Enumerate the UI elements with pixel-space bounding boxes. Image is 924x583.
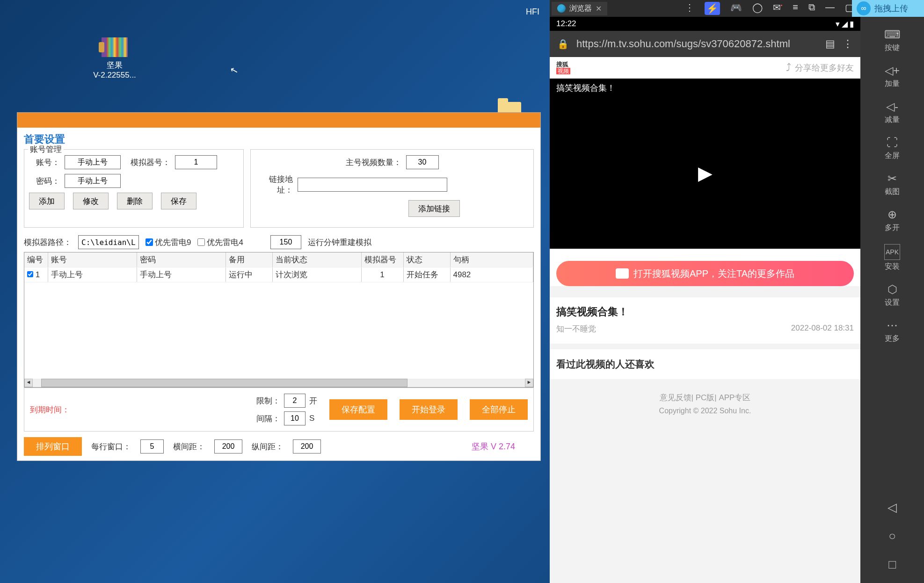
save-config-button[interactable]: 保存配置 [329,399,387,420]
chk-ld4-wrap[interactable]: 优先雷电4 [197,237,243,248]
th-pwd[interactable]: 密码 [137,252,226,267]
nav-recents-icon[interactable]: □ [888,557,896,572]
table-row[interactable]: 1 手动上号 手动上号 运行中 计次浏览 1 开始任务 4982 [24,267,533,282]
label-simno: 模拟器号： [130,157,170,168]
input-interval[interactable] [284,411,306,425]
wifi-icon: ▾ [836,19,840,29]
video-info-card: 搞笑视频合集！ 知一不睡觉 2022-08-02 18:31 [550,297,860,344]
edit-button[interactable]: 修改 [73,193,109,209]
th-spare[interactable]: 备用 [226,252,272,267]
cell-state: 计次浏览 [272,267,361,282]
input-password[interactable] [65,174,121,188]
side-settings[interactable]: ⬡设置 [860,277,924,313]
input-main-vid-count[interactable] [406,155,439,169]
cell-pwd: 手动上号 [137,267,226,282]
browser-menu-icon[interactable]: ⋮ [843,38,853,50]
th-handle[interactable]: 句柄 [450,252,533,267]
emulator-minimize-icon[interactable]: — [825,2,835,15]
chk-ld4[interactable] [197,238,205,246]
scroll-left-icon[interactable]: ◄ [24,379,33,387]
input-account[interactable] [65,155,121,169]
delete-button[interactable]: 删除 [117,193,153,209]
side-volup[interactable]: ◁+加量 [860,58,924,94]
input-sim-path[interactable] [78,235,139,249]
sohu-logo[interactable]: 搜狐 视频 [556,61,570,74]
nav-home-icon[interactable]: ○ [888,529,896,543]
scroll-thumb[interactable] [41,379,407,387]
chk-ld9[interactable] [146,238,153,246]
row-checkbox[interactable] [27,271,33,277]
input-per-row[interactable] [140,439,164,453]
video-title: 搞笑视频合集！ [556,305,854,319]
input-runmin[interactable] [270,235,301,249]
footer-links[interactable]: 意见反馈| PC版| APP专区 [550,392,860,403]
side-keys[interactable]: ⌨按键 [860,22,924,58]
save-button[interactable]: 保存 [161,193,196,209]
status-time: 12:22 [556,19,576,29]
input-hgap[interactable] [214,439,242,453]
scroll-right-icon[interactable]: ► [525,379,533,387]
globe-icon [557,4,566,13]
start-login-button[interactable]: 开始登录 [400,399,458,420]
add-link-button[interactable]: 添加链接 [408,200,460,217]
emulator-list-icon[interactable]: ≡ [793,2,798,15]
hfi-text: HFI [526,7,539,17]
related-section-title: 看过此视频的人还喜欢 [550,349,860,379]
side-screenshot[interactable]: ✂截图 [860,166,924,202]
desktop-icon-jianguo[interactable]: 坚果 V-2.22555... [89,37,140,80]
open-app-button[interactable]: 打开搜狐视频APP，关注TA的更多作品 [556,261,854,286]
th-no[interactable]: 编号 [24,252,48,267]
stop-all-button[interactable]: 全部停止 [470,399,528,420]
share-area[interactable]: ⤴ 分享给更多好友 [786,62,854,74]
chk-ld9-wrap[interactable]: 优先雷电9 [146,237,191,248]
side-multi[interactable]: ⊕多开 [860,202,924,238]
link-groupbox: 主号视频数量： 链接地址： 添加链接 [250,149,534,228]
th-status[interactable]: 状态 [403,252,450,267]
side-install[interactable]: APK安装 [860,238,924,277]
chk-ld4-label: 优先雷电4 [207,237,243,248]
input-vgap[interactable] [293,439,321,453]
side-voldown[interactable]: ◁-减量 [860,94,924,130]
input-limit[interactable] [284,394,306,408]
side-fullscreen[interactable]: ⛶全屏 [860,130,924,166]
label-hgap: 横间距： [173,441,205,452]
url-text[interactable]: https://m.tv.sohu.com/sugs/sv370620872.s… [576,38,818,50]
nav-back-icon[interactable]: ◁ [888,500,897,515]
play-icon[interactable]: ▶ [698,162,713,184]
hex-icon: ⬡ [860,283,924,296]
share-text: 分享给更多好友 [795,62,854,73]
video-player[interactable]: ▶ [550,97,860,249]
share-icon: ⤴ [786,62,791,74]
emulator-user-icon[interactable]: ◯ [752,2,763,15]
input-link-address[interactable] [298,178,447,192]
input-simno[interactable] [175,155,217,169]
close-tab-icon[interactable]: ✕ [596,4,602,13]
emulator-mail-icon[interactable]: ✉• [773,2,783,15]
table-h-scrollbar[interactable]: ◄ ► [24,379,533,387]
emulator-tab-browser[interactable]: 浏览器 ✕ [552,2,607,15]
emulator-menu-dots-icon[interactable]: ⋮ [685,2,694,15]
phone-urlbar[interactable]: 🔒 https://m.tv.sohu.com/sugs/sv370620872… [550,31,860,57]
emulator-lightning-icon[interactable]: ⚡ [705,2,720,15]
th-state[interactable]: 当前状态 [272,252,361,267]
side-more[interactable]: ⋯更多 [860,313,924,349]
emulator-window: 浏览器 ✕ ⋮ ⚡ 🎮 ◯ ✉• ≡ ⧉ — ▢ ∞ 拖拽上传 12:22 ▾ … [550,0,924,583]
page-header: 搜狐 视频 ⤴ 分享给更多好友 [550,57,860,79]
video-author[interactable]: 知一不睡觉 [556,324,596,334]
emulator-gamepad-icon[interactable]: 🎮 [730,2,742,15]
tabs-icon[interactable]: ▤ [825,38,835,50]
cell-handle: 4982 [450,267,533,282]
add-button[interactable]: 添加 [29,193,65,209]
expire-label: 到期时间： [30,404,70,415]
th-simno[interactable]: 模拟器号 [361,252,403,267]
version-label: 坚果 V 2.74 [472,441,515,452]
th-acct[interactable]: 账号 [48,252,137,267]
label-sim-path: 模拟器路径： [24,237,72,248]
drag-upload-button[interactable]: ∞ 拖拽上传 [852,0,924,17]
emulator-window-icon[interactable]: ⧉ [808,2,815,15]
label-per-row: 每行窗口： [91,441,131,452]
fullscreen-icon: ⛶ [860,136,924,149]
arrange-windows-button[interactable]: 排列窗口 [24,437,82,456]
app-titlebar[interactable] [17,113,540,128]
label-limit: 限制： [256,396,280,406]
